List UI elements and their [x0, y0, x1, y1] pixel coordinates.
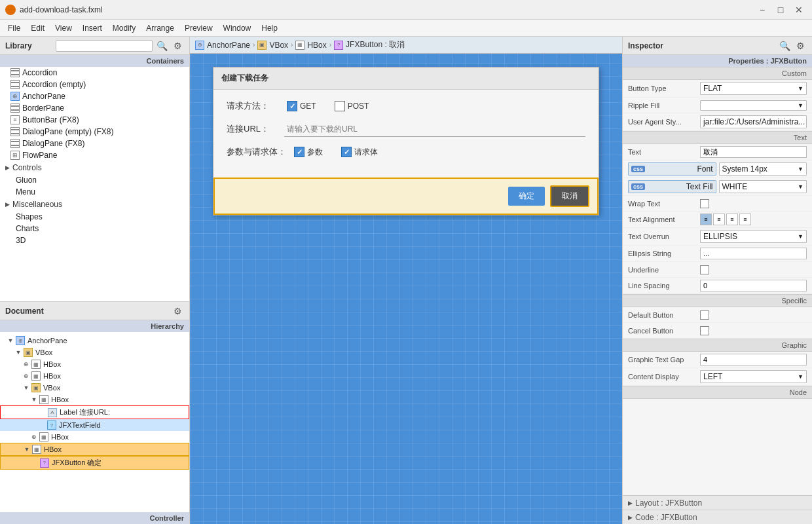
library-settings-button[interactable]: ⚙ [171, 39, 184, 52]
menu-file[interactable]: File [3, 22, 26, 35]
params-checkbox-item[interactable]: ✓ 参数 [294, 147, 323, 158]
tree-label-url[interactable]: A Label 连接URL: [0, 405, 189, 419]
layout-arrow[interactable]: ▶ [628, 500, 633, 506]
minimize-button[interactable]: − [754, 3, 770, 16]
confirm-button[interactable]: 确定 [508, 187, 545, 206]
close-button[interactable]: ✕ [791, 3, 807, 16]
menu-window[interactable]: Window [218, 22, 257, 35]
prop-input-graphic-gap[interactable] [700, 354, 807, 365]
prop-checkbox-cancel[interactable] [700, 326, 709, 335]
url-row: 连接URL： [227, 121, 585, 137]
titlebar: add-download-task.fxml − □ ✕ [0, 0, 812, 20]
containers-section-header: Containers [0, 55, 189, 67]
library-item-flowpane[interactable]: ⊞ FlowPane [0, 149, 189, 161]
tree-hbox-2[interactable]: ⊕ ▦ HBox [0, 370, 189, 382]
dialog-container: 创建下载任务 请求方法： ✓ GET [213, 67, 599, 215]
cancel-button[interactable]: 取消 [550, 185, 589, 207]
breadcrumb-vbox[interactable]: VBox [269, 41, 288, 50]
post-checkbox[interactable] [335, 101, 345, 111]
prop-checkbox-wrap[interactable] [700, 199, 709, 208]
library-item-accordion-empty[interactable]: Accordion (empty) [0, 79, 189, 90]
library-item-dialogpane[interactable]: DialogPane (FX8) [0, 138, 189, 149]
maximize-button[interactable]: □ [773, 3, 788, 16]
library-item-dialogpane-empty[interactable]: DialogPane (empty) (FX8) [0, 126, 189, 138]
tree-jfxbutton-confirm[interactable]: ? JFXButton 确定 [0, 456, 189, 470]
library-item-borderpane[interactable]: BorderPane [0, 102, 189, 114]
controls-section[interactable]: ▶ Controls [0, 161, 189, 174]
menu-preview[interactable]: Preview [179, 22, 218, 35]
prop-input-linespacing[interactable] [700, 280, 807, 291]
tree-toggle-hbox4[interactable]: ⊕ [30, 433, 38, 441]
tree-toggle-hbox2[interactable]: ⊕ [22, 372, 30, 380]
prop-label-default: Default Button [628, 311, 700, 319]
url-input[interactable] [284, 121, 585, 137]
get-checkbox[interactable]: ✓ [287, 101, 297, 111]
tree-toggle-anchorpane[interactable]: ▼ [7, 337, 14, 345]
tree-hbox-5-orange[interactable]: ▼ ▦ HBox [0, 443, 189, 456]
prop-input-text[interactable] [700, 146, 807, 158]
document-settings-button[interactable]: ⚙ [171, 305, 184, 318]
post-checkbox-item[interactable]: POST [335, 101, 369, 111]
right-panel: Inspector 🔍 ⚙ Properties : JFXButton Cus… [622, 37, 812, 524]
menu-help[interactable]: Help [256, 22, 283, 35]
breadcrumb-hbox[interactable]: HBox [307, 41, 326, 50]
tree-toggle-vbox1[interactable]: ▼ [14, 348, 22, 356]
library-item-accordion[interactable]: Accordion [0, 67, 189, 79]
library-item-gluon[interactable]: Gluon [0, 174, 189, 186]
align-right-icon[interactable]: ≡ [726, 214, 738, 225]
tree-icon-jfxtf: ? [47, 421, 56, 430]
library-item-shapes[interactable]: Shapes [0, 211, 189, 223]
menu-view[interactable]: View [50, 22, 77, 35]
library-search-button[interactable]: 🔍 [155, 39, 168, 52]
library-item-charts[interactable]: Charts [0, 223, 189, 234]
menu-insert[interactable]: Insert [77, 22, 107, 35]
tree-toggle-hbox5[interactable]: ▼ [23, 445, 31, 453]
hierarchy-header: Hierarchy [0, 320, 189, 332]
body-checkbox[interactable]: ✓ [341, 147, 352, 157]
prop-value-textfill: WHITE ▼ [719, 180, 807, 193]
tree-vbox-1[interactable]: ▼ ▣ VBox [0, 346, 189, 358]
window-controls[interactable]: − □ ✕ [754, 3, 807, 16]
inspector-search-button[interactable]: 🔍 [778, 39, 791, 52]
misc-section[interactable]: ▶ Miscellaneous [0, 198, 189, 211]
menu-edit[interactable]: Edit [26, 22, 50, 35]
prop-checkbox-default[interactable] [700, 310, 709, 320]
library-item-3d[interactable]: 3D [0, 234, 189, 246]
tree-toggle-hbox1[interactable]: ⊕ [22, 360, 30, 368]
tree-spacer-btn [31, 459, 39, 467]
tree-anchorpane[interactable]: ▼ ⊕ AnchorPane [0, 335, 189, 346]
tree-jfxtextfield[interactable]: ? JFXTextField [0, 419, 189, 431]
align-center-icon[interactable]: ≡ [713, 214, 725, 225]
library-item-buttonbar[interactable]: ≡ ButtonBar (FX8) [0, 114, 189, 126]
request-method-label: 请求方法： [227, 100, 279, 112]
library-item-menu[interactable]: Menu [0, 186, 189, 198]
breadcrumb-jfxbutton[interactable]: JFXButton : 取消 [346, 39, 405, 50]
tree-icon-jfxbtn: ? [40, 458, 49, 468]
inspector-settings-button[interactable]: ⚙ [794, 39, 807, 52]
tree-hbox-4[interactable]: ⊕ ▦ HBox [0, 431, 189, 443]
prop-input-ellipsis[interactable] [700, 248, 807, 259]
tree-hbox-1[interactable]: ⊕ ▦ HBox [0, 358, 189, 370]
tree-toggle-vbox2[interactable]: ▼ [22, 384, 30, 392]
code-arrow[interactable]: ▶ [628, 514, 633, 521]
menu-modify[interactable]: Modify [107, 22, 141, 35]
tree-toggle-hbox3[interactable]: ▼ [30, 396, 38, 403]
menu-arrange[interactable]: Arrange [141, 22, 179, 35]
get-checkbox-item[interactable]: ✓ GET [287, 101, 316, 111]
window-title: add-download-task.fxml [20, 5, 750, 14]
breadcrumb-anchorpane[interactable]: AnchorPane [207, 41, 250, 50]
align-left-icon[interactable]: ≡ [700, 214, 712, 225]
tree-icon-anchorpane: ⊕ [16, 336, 25, 345]
dialog-body: 请求方法： ✓ GET POST [213, 90, 599, 178]
body-checkbox-item[interactable]: ✓ 请求体 [341, 147, 378, 158]
prop-checkbox-underline[interactable] [700, 265, 709, 274]
library-search-input[interactable] [56, 40, 153, 52]
specific-section-label: Specific [623, 294, 812, 307]
tree-vbox-2[interactable]: ▼ ▣ VBox [0, 382, 189, 394]
library-item-anchorpane[interactable]: ⊕ AnchorPane [0, 90, 189, 102]
tree-hbox-3[interactable]: ▼ ▦ HBox [0, 394, 189, 405]
params-checkbox[interactable]: ✓ [294, 147, 304, 157]
tree-icon-hbox1: ▦ [31, 360, 41, 369]
align-justify-icon[interactable]: ≡ [739, 214, 751, 225]
params-row: 参数与请求体： ✓ 参数 ✓ 请求体 [227, 146, 585, 158]
